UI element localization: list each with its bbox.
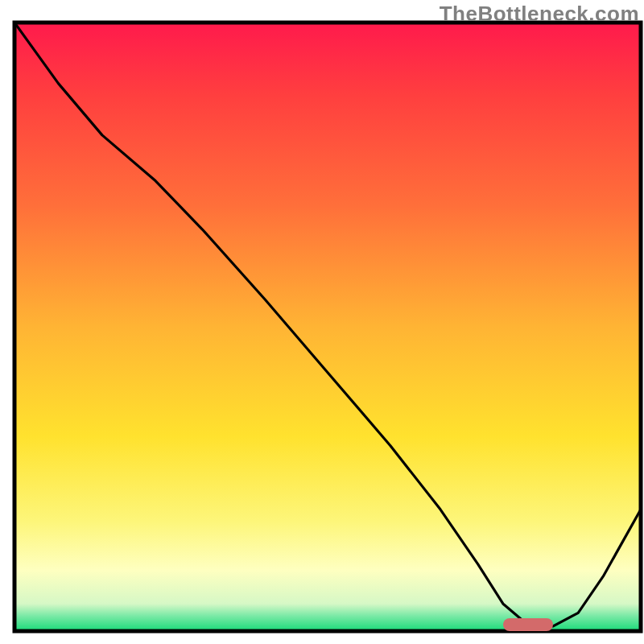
- plot-background: [14, 23, 641, 631]
- plot-svg: [0, 0, 644, 644]
- optimal-range-marker: [503, 618, 553, 631]
- watermark-label: TheBottleneck.com: [440, 2, 639, 27]
- bottleneck-chart: TheBottleneck.com: [0, 0, 644, 644]
